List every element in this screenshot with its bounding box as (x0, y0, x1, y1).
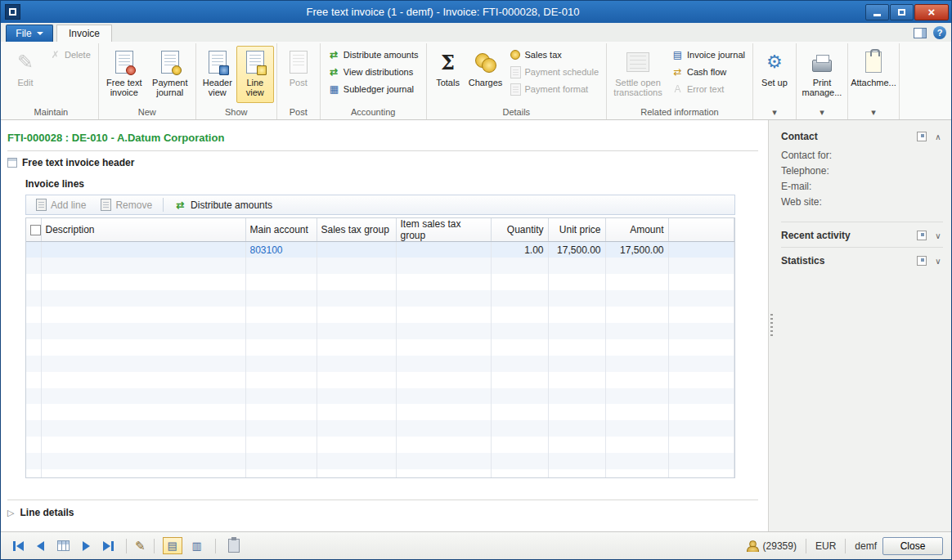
previous-record-button[interactable] (33, 539, 48, 553)
print-manage-button[interactable]: Print manage... (799, 46, 845, 103)
column-header-amount[interactable]: Amount (605, 218, 668, 242)
print-manage-dropdown[interactable]: ▾ (799, 106, 845, 119)
popout-icon[interactable] (917, 231, 927, 240)
grid-empty-row[interactable] (26, 274, 734, 290)
totals-button[interactable]: Σ Totals (429, 46, 467, 103)
grid-empty-row[interactable] (26, 453, 734, 469)
grid-empty-row[interactable] (26, 469, 734, 478)
grid-empty-row[interactable] (26, 258, 734, 274)
set-up-dropdown[interactable]: ▾ (756, 106, 793, 119)
column-header-sales-tax-group[interactable]: Sales tax group (317, 218, 396, 242)
settle-open-transactions-button[interactable]: Settle open transactions (609, 46, 667, 103)
grid-empty-row[interactable] (26, 356, 734, 372)
grid-empty-row[interactable] (26, 372, 734, 388)
grid-empty-row[interactable] (26, 404, 734, 420)
payment-schedule-button[interactable]: Payment schedule (505, 64, 604, 80)
set-up-button[interactable]: ⚙ Set up (756, 46, 793, 103)
distribute-amounts-button[interactable]: ⇄ Distribute amounts (323, 47, 424, 63)
view-distributions-button[interactable]: ⇄ View distributions (323, 64, 424, 80)
sales-tax-button[interactable]: Sales tax (505, 47, 604, 63)
currency-indicator[interactable]: EUR (815, 540, 836, 552)
help-icon[interactable]: ? (933, 26, 946, 39)
close-window-button[interactable]: × (914, 4, 949, 20)
app-icon[interactable] (5, 4, 20, 20)
cell-item-sales-tax-group[interactable] (396, 242, 491, 258)
first-record-button[interactable] (9, 539, 28, 553)
expand-icon[interactable]: ∨ (933, 257, 943, 266)
cell-unit-price[interactable]: 17,500.00 (548, 242, 605, 258)
clipboard-button[interactable] (224, 536, 244, 555)
cell-description[interactable] (41, 242, 245, 258)
factbox-section-statistics[interactable]: Statistics ∨ (781, 253, 943, 269)
maximize-button[interactable] (890, 4, 914, 20)
cell-sales-tax-group[interactable] (317, 242, 396, 258)
gear-icon: ⚙ (766, 49, 783, 75)
grid-view-toggle[interactable]: ▤ (163, 537, 182, 554)
grid-empty-row[interactable] (26, 339, 734, 356)
column-header-unit-price[interactable]: Unit price (548, 218, 605, 242)
column-header-main-account[interactable]: Main account (245, 218, 317, 242)
remove-line-button[interactable]: Remove (94, 196, 159, 213)
last-record-button[interactable] (99, 539, 118, 553)
grid-empty-row[interactable] (26, 420, 734, 437)
line-details-section: ▷ Line details (7, 500, 758, 526)
column-header-item-sales-tax-group[interactable]: Item sales tax group (396, 218, 491, 242)
delete-icon: ✗ (49, 49, 61, 61)
grid-empty-row[interactable] (26, 388, 734, 405)
column-header-description[interactable]: Description (41, 218, 245, 242)
tab-invoice[interactable]: Invoice (56, 25, 112, 42)
cell-quantity[interactable]: 1.00 (491, 242, 548, 258)
grid-empty-row[interactable] (26, 307, 734, 323)
invoice-journal-button[interactable]: ▤ Invoice journal (667, 47, 750, 63)
cell-main-account[interactable]: 803100 (245, 242, 317, 258)
attachments-dropdown[interactable]: ▾ (851, 106, 896, 119)
grid-view-button[interactable] (53, 538, 74, 553)
expand-icon[interactable]: ∨ (933, 231, 943, 240)
grid-empty-row[interactable] (26, 290, 734, 307)
close-form-button[interactable]: Close (882, 537, 943, 555)
popout-icon[interactable] (917, 132, 927, 141)
post-button[interactable]: Post (280, 46, 317, 103)
attachments-button[interactable]: Attachme... (851, 46, 896, 103)
group-label-details: Details (429, 106, 604, 119)
factbox-section-contact[interactable]: Contact ∧ (781, 128, 943, 145)
factbox-section-recent-activity[interactable]: Recent activity ∨ (781, 227, 943, 244)
user-notifications-icon[interactable] (746, 540, 757, 552)
subledger-journal-button[interactable]: ▦ Subledger journal (323, 81, 424, 97)
grid-empty-row[interactable] (26, 323, 734, 339)
collapse-icon[interactable]: ∧ (933, 132, 943, 141)
edit-button[interactable]: ✎ Edit (7, 46, 44, 103)
next-record-button[interactable] (79, 539, 94, 553)
titlebar: Free text invoice (1 - demf) - Invoice: … (1, 1, 951, 23)
splitter-grip-icon (770, 314, 773, 338)
charges-button[interactable]: Charges (467, 46, 505, 103)
error-text-button[interactable]: A Error text (667, 81, 750, 97)
group-label-post: Post (280, 106, 317, 119)
cell-amount[interactable]: 17,500.00 (605, 242, 668, 258)
grid-empty-row[interactable] (26, 437, 734, 453)
payment-journal-button[interactable]: Payment journal (147, 46, 193, 103)
toolbar-distribute-amounts-button[interactable]: ⇄ Distribute amounts (168, 196, 279, 213)
payment-format-button[interactable]: Payment format (505, 81, 604, 97)
popout-icon[interactable] (917, 256, 927, 266)
cash-flow-button[interactable]: ⇄ Cash flow (667, 64, 750, 80)
edit-record-button[interactable]: ✎ (135, 539, 146, 553)
notifications-count[interactable]: (29359) (763, 540, 797, 552)
minimize-button[interactable] (865, 4, 889, 20)
header-view-button[interactable]: Header view (199, 46, 236, 103)
delete-button[interactable]: ✗ Delete (44, 47, 96, 63)
details-view-toggle[interactable]: ▥ (187, 537, 207, 554)
line-details-toggle[interactable]: ▷ Line details (7, 500, 758, 526)
column-header-quantity[interactable]: Quantity (491, 218, 548, 242)
factbox-splitter[interactable] (768, 120, 775, 531)
invoice-line-row[interactable]: 803100 1.00 17,500.00 17,500.00 (26, 242, 734, 258)
add-line-button[interactable]: Add line (29, 196, 92, 213)
row-selector-cell[interactable] (26, 242, 41, 258)
select-all-checkbox[interactable] (30, 225, 41, 235)
company-indicator[interactable]: demf (855, 540, 877, 552)
free-text-invoice-button[interactable]: Free text invoice (101, 46, 147, 103)
layout-toggle-icon[interactable] (914, 28, 927, 38)
line-view-button[interactable]: Line view (236, 46, 274, 103)
header-section-toggle[interactable]: Free text invoice header (7, 151, 758, 173)
file-menu-button[interactable]: File (6, 25, 53, 42)
